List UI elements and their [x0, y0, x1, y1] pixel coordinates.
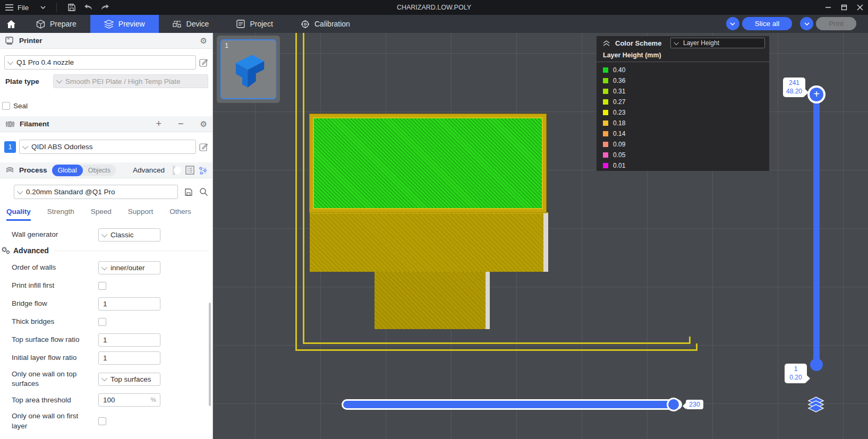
- legend-color-swatch: [603, 163, 608, 168]
- bridge-flow-input[interactable]: [98, 297, 160, 311]
- top-surface-flow-ratio-input[interactable]: [98, 333, 160, 347]
- printer-edit-icon[interactable]: [199, 58, 208, 67]
- maximize-button[interactable]: [836, 0, 852, 15]
- tab-speed[interactable]: Speed: [91, 208, 112, 221]
- wall-generator-label: Wall generator: [12, 230, 98, 239]
- objects-segment[interactable]: Objects: [83, 167, 116, 174]
- process-preset-select[interactable]: 0.20mm Standard @Q1 Pro: [14, 185, 178, 199]
- order-of-walls-select[interactable]: inner/outer: [98, 261, 160, 274]
- wall-generator-select[interactable]: Classic: [98, 228, 160, 242]
- layer-slider-top-handle[interactable]: +: [807, 85, 826, 104]
- skirt-line: [689, 337, 691, 343]
- legend-color-swatch: [603, 120, 608, 126]
- legend-color-swatch: [603, 131, 608, 136]
- redo-icon[interactable]: [100, 4, 110, 11]
- filament-preset-value: QIDI ABS Odorless: [31, 143, 93, 151]
- printer-section-header: Printer ⚙: [0, 33, 212, 49]
- move-slider-track[interactable]: [342, 399, 682, 410]
- global-objects-toggle[interactable]: Global Objects: [52, 165, 116, 176]
- chevron-down-icon: [22, 143, 28, 149]
- layers-view-button[interactable]: [806, 395, 826, 414]
- plate-type-value: Smooth PEI Plate / High Temp Plate: [65, 78, 181, 85]
- printer-section-title: Printer: [19, 37, 42, 45]
- legend-value: 0.23: [613, 109, 625, 116]
- thick-bridges-checkbox[interactable]: [98, 318, 106, 326]
- legend-rows: 0.400.360.310.270.230.180.140.090.050.01: [597, 62, 769, 171]
- global-segment[interactable]: Global: [52, 165, 83, 176]
- skirt-line: [303, 33, 304, 342]
- only-one-wall-first-label: Only one wall on first layer: [12, 411, 98, 431]
- file-menu[interactable]: File: [5, 4, 46, 12]
- tab-calibration[interactable]: Calibration: [287, 15, 364, 33]
- tab-calibration-label: Calibration: [314, 20, 350, 28]
- move-slider-handle[interactable]: [667, 398, 680, 411]
- search-preset-icon[interactable]: [199, 187, 208, 196]
- filament-spool-icon: [5, 120, 15, 128]
- filament-settings-gear-icon[interactable]: ⚙: [200, 119, 207, 129]
- tab-quality[interactable]: Quality: [6, 208, 31, 221]
- calibration-icon: [301, 20, 310, 29]
- plate-type-select[interactable]: Smooth PEI Plate / High Temp Plate: [53, 74, 208, 88]
- collapse-panel-icon[interactable]: [603, 40, 610, 46]
- filament-edit-icon[interactable]: [199, 142, 208, 151]
- hamburger-icon: [5, 4, 13, 11]
- tab-project-label: Project: [250, 20, 273, 28]
- layer-slider-bottom-handle[interactable]: [810, 358, 823, 371]
- chevron-down-icon: [101, 231, 107, 237]
- list-view-icon[interactable]: [185, 166, 194, 175]
- tab-device[interactable]: Device: [159, 15, 223, 33]
- tab-support[interactable]: Support: [128, 208, 153, 221]
- printer-preset-select[interactable]: Q1 Pro 0.4 nozzle: [4, 55, 196, 70]
- print-button[interactable]: Print: [816, 17, 856, 30]
- undo-icon[interactable]: [83, 4, 93, 11]
- model-preview-icon: [226, 46, 271, 93]
- filament-section-title: Filament: [20, 120, 49, 128]
- tab-prepare[interactable]: Prepare: [22, 15, 90, 33]
- tab-preview[interactable]: Preview: [90, 15, 159, 33]
- sidebar-scrollbar[interactable]: [209, 303, 211, 406]
- home-button[interactable]: [0, 15, 22, 33]
- move-slider-fill: [343, 401, 673, 408]
- color-scheme-select[interactable]: Layer Height: [670, 38, 765, 48]
- close-button[interactable]: [852, 0, 868, 15]
- remove-filament-icon[interactable]: −: [178, 118, 184, 130]
- model-edge-highlight: [543, 213, 548, 272]
- plate-thumbnail[interactable]: 1: [217, 36, 280, 103]
- initial-layer-flow-ratio-label: Initial layer flow ratio: [12, 353, 98, 363]
- print-infill-first-checkbox[interactable]: [98, 282, 106, 290]
- only-one-wall-first-checkbox[interactable]: [98, 417, 106, 425]
- legend-value: 0.01: [613, 162, 625, 169]
- params-filter-icon[interactable]: [199, 166, 207, 175]
- slice-options-chevron[interactable]: [726, 17, 739, 30]
- printer-preset-value: Q1 Pro 0.4 nozzle: [16, 58, 74, 66]
- legend-value: 0.31: [613, 88, 625, 95]
- legend-item: 0.18: [603, 118, 769, 128]
- minimize-button[interactable]: [820, 0, 836, 15]
- top-layer-number: 241: [785, 79, 803, 88]
- chevron-down-icon[interactable]: [40, 6, 46, 9]
- chevron-down-icon: [7, 58, 13, 64]
- save-preset-icon[interactable]: [184, 188, 193, 196]
- seal-checkbox[interactable]: [2, 102, 10, 110]
- plate-type-label: Plate type: [4, 78, 53, 85]
- tab-project[interactable]: Project: [223, 15, 287, 33]
- preview-viewport[interactable]: 1 Color Scheme Layer Hei: [213, 33, 868, 439]
- layer-range-slider-track[interactable]: [813, 91, 820, 366]
- process-section-title: Process: [19, 166, 47, 174]
- initial-layer-flow-ratio-input[interactable]: [98, 351, 160, 365]
- legend-value: 0.27: [613, 98, 625, 106]
- process-tabs: Quality Strength Speed Support Others: [0, 199, 212, 221]
- chevron-down-icon: [674, 40, 679, 45]
- tab-strength[interactable]: Strength: [47, 208, 74, 221]
- print-options-chevron[interactable]: [800, 17, 813, 30]
- filament-slot-badge[interactable]: 1: [4, 141, 16, 153]
- tab-others[interactable]: Others: [169, 208, 191, 221]
- only-one-wall-top-select[interactable]: Top surfaces: [98, 373, 160, 386]
- advanced-toggle-switch[interactable]: [173, 166, 175, 175]
- legend-item: 0.23: [603, 107, 769, 118]
- slice-all-button[interactable]: Slice all: [742, 17, 793, 30]
- printer-settings-gear-icon[interactable]: ⚙: [200, 36, 207, 46]
- save-icon[interactable]: [67, 3, 76, 12]
- add-filament-icon[interactable]: +: [156, 118, 162, 130]
- filament-preset-select[interactable]: QIDI ABS Odorless: [19, 140, 196, 154]
